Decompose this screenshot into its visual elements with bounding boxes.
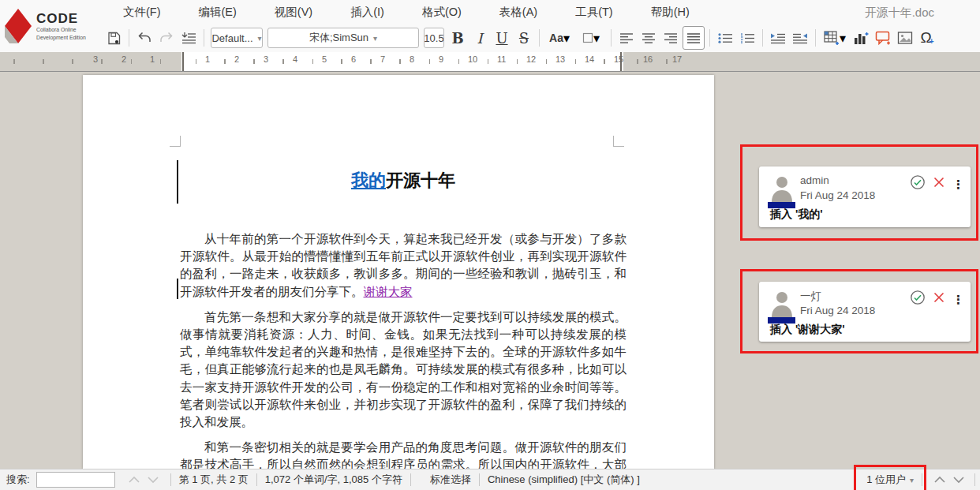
menu-format[interactable]: 格式(O) (403, 5, 481, 20)
save-icon (107, 31, 122, 46)
search-input[interactable] (36, 472, 115, 488)
collabora-writer-app: CODE Collabora Online Development Editio… (0, 0, 980, 490)
track-changes-button[interactable] (178, 27, 199, 49)
accept-change-icon[interactable] (910, 174, 926, 193)
page-number-status[interactable]: 第 1 页, 共 2 页 (179, 473, 249, 487)
insert-table-button[interactable]: ▾ (821, 27, 849, 49)
selection-mode-status[interactable]: 标准选择 (430, 473, 471, 487)
reject-change-icon[interactable] (933, 291, 945, 307)
margin-corner-mark (170, 136, 181, 147)
insert-chart-button[interactable] (851, 27, 871, 49)
separator (922, 473, 922, 486)
paragraph-style-value: Default... (211, 32, 252, 44)
toolbar-separator (815, 29, 816, 47)
scroll-up-button[interactable] (930, 473, 949, 487)
insert-special-character-button[interactable]: Ω + (917, 27, 937, 49)
comment-author: admin (800, 174, 829, 186)
scroll-down-button[interactable] (949, 473, 968, 487)
document-page[interactable]: 我的开源十年 从十年前的第一个开源软件到今天，算起来我已经开发（或参与开发）了多… (83, 75, 714, 469)
increase-indent-button[interactable] (768, 27, 788, 49)
ruler-number: 6 (351, 54, 356, 64)
search-previous-button[interactable] (125, 473, 144, 487)
menu-view[interactable]: 视图(V) (256, 5, 331, 20)
font-size-field[interactable]: 10.5 (424, 28, 444, 48)
insert-image-button[interactable] (895, 27, 915, 49)
reject-change-icon[interactable] (933, 176, 945, 192)
strikethrough-button[interactable]: S (514, 27, 534, 49)
decrease-indent-icon (792, 32, 808, 44)
toolbar-separator (539, 29, 540, 47)
menu-insert[interactable]: 插入(I) (331, 5, 403, 20)
align-left-button[interactable] (616, 27, 637, 49)
document-body[interactable]: 从十年前的第一个开源软件到今天，算起来我已经开发（或参与开发）了多款开源软件。从… (180, 230, 627, 469)
highlight-color-button[interactable]: ▾ (576, 27, 606, 49)
document-heading[interactable]: 我的开源十年 (180, 163, 627, 198)
menu-edit[interactable]: 编辑(E) (180, 5, 256, 20)
align-right-button[interactable] (660, 27, 681, 49)
insert-table-icon (824, 31, 840, 46)
toolbar-separator (204, 29, 204, 47)
undo-button[interactable] (134, 27, 155, 49)
paragraph-3[interactable]: 和第一条密切相关的就是要学会用产品的角度思考问题。做开源软件的朋友们都是技术高手… (180, 439, 627, 469)
menu-help[interactable]: 帮助(H) (632, 5, 709, 20)
menu-table[interactable]: 表格(A) (481, 5, 556, 20)
tracked-change-comment-yideng[interactable]: 一灯 Fri Aug 24 2018 ⋮ 插入 '谢谢大家' (759, 282, 971, 342)
search-next-button[interactable] (144, 473, 163, 487)
strikethrough-icon: S (519, 30, 529, 47)
align-right-icon (664, 32, 678, 44)
comment-text: 插入 '谢谢大家' (770, 323, 845, 337)
comment-menu-icon[interactable]: ⋮ (952, 294, 964, 305)
paragraph-1[interactable]: 从十年前的第一个开源软件到今天，算起来我已经开发（或参与开发）了多款开源软件。从… (180, 230, 627, 301)
ruler-number: 1 (150, 54, 155, 64)
accept-change-icon[interactable] (910, 290, 926, 309)
chevron-down-icon: ▾ (258, 34, 262, 43)
paragraph-style-dropdown[interactable]: Default... ▾ (211, 28, 263, 48)
font-name-dropdown[interactable]: 宋体;SimSun ▾ (267, 28, 419, 48)
numbered-list-button[interactable] (737, 27, 757, 49)
menu-tools[interactable]: 工具(T) (556, 5, 632, 20)
bullet-list-button[interactable] (715, 27, 735, 49)
ruler-margin-handle[interactable] (182, 52, 184, 71)
insert-image-icon (897, 31, 913, 45)
person-icon (769, 175, 795, 202)
font-size-value: 10.5 (424, 32, 443, 44)
comment-menu-icon[interactable]: ⋮ (952, 178, 964, 190)
align-justify-button[interactable] (683, 26, 705, 50)
save-button[interactable] (103, 27, 124, 49)
ruler-margin-handle[interactable] (620, 52, 622, 71)
tracked-change-bar (177, 160, 178, 204)
chevron-down-icon: ▾ (910, 476, 914, 484)
toolbar-separator (129, 29, 129, 47)
ruler-number: 5 (322, 54, 327, 64)
ruler-number: 12 (526, 54, 536, 64)
redo-button[interactable] (156, 27, 177, 49)
underline-icon: U (496, 30, 507, 47)
ruler-number: 2 (122, 54, 126, 64)
document-filename[interactable]: 开源十年.doc (865, 6, 934, 21)
character-formatting-button[interactable]: Aa ▾ (544, 27, 574, 49)
underline-button[interactable]: U (492, 27, 512, 49)
decrease-indent-button[interactable] (790, 27, 810, 49)
align-left-icon (619, 32, 634, 44)
word-count-status: 1,072 个单词/字, 1,085 个字符 (265, 473, 402, 487)
track-changes-icon (181, 31, 197, 45)
separator (410, 473, 411, 486)
paragraph-2[interactable]: 首先第一条想和大家分享的就是做开源软件一定要找到可以持续发展的模式。做事情就要消… (180, 309, 627, 431)
comment-text: 插入 '我的' (770, 208, 823, 222)
language-status[interactable]: Chinese (simplified) [中文 (简体) ] (488, 473, 640, 487)
insert-comment-icon (875, 31, 892, 46)
tracked-change-comment-admin[interactable]: admin Fri Aug 24 2018 ⋮ 插入 '我的' (759, 166, 971, 227)
ruler-number: 7 (380, 54, 385, 64)
search-label: 搜索: (6, 473, 30, 487)
chevron-down-icon: ▾ (840, 31, 846, 46)
bold-button[interactable]: B (447, 27, 468, 49)
user-count-status[interactable]: 1 位用户 (866, 473, 906, 487)
insert-chart-icon (853, 31, 869, 46)
align-center-button[interactable] (638, 27, 659, 49)
menu-file[interactable]: 文件(F) (104, 5, 180, 20)
separator (256, 473, 257, 486)
italic-button[interactable]: I (469, 27, 490, 49)
tracked-change-bar (177, 279, 178, 299)
insert-comment-button[interactable] (873, 27, 893, 49)
text-case-icon: Aa (549, 32, 563, 44)
